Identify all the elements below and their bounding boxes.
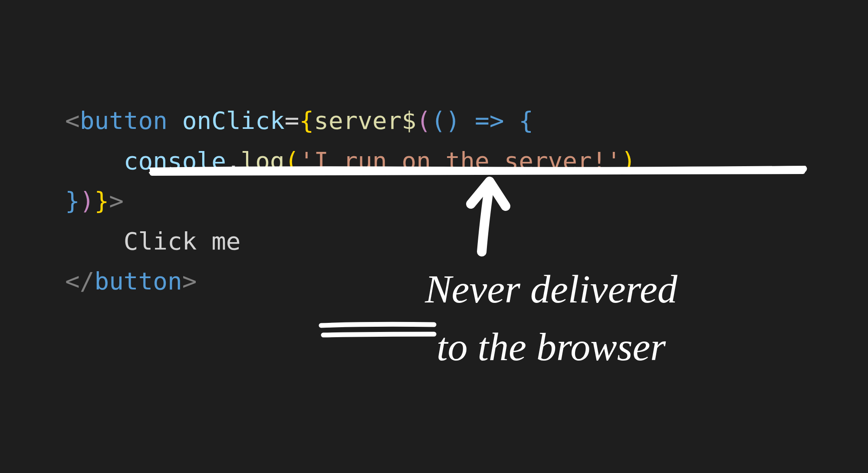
tag-name: button [80, 106, 168, 135]
attr-name: onClick [182, 106, 285, 135]
angle-bracket: < [65, 106, 80, 135]
brace-close: } [94, 187, 109, 215]
paren: ( [285, 147, 299, 175]
slash: / [80, 267, 95, 295]
func-server: server$ [314, 106, 416, 135]
string-literal: 'I run on the server!' [299, 147, 621, 175]
indent [65, 147, 124, 175]
annotation-text: Never delivered to the browser [312, 260, 790, 376]
angle-bracket: < [65, 267, 80, 295]
space [168, 106, 182, 135]
annotation-line2: to the browser [437, 325, 666, 369]
tag-name: button [94, 267, 182, 295]
arrow: => [475, 106, 504, 135]
indent [65, 227, 124, 255]
paren: ( [431, 106, 446, 135]
angle-bracket: > [109, 187, 124, 215]
paren: ) [621, 147, 636, 175]
brace-close: } [65, 187, 80, 215]
paren: ( [416, 106, 431, 135]
equals: = [285, 106, 299, 135]
annotation-rest: delivered [520, 267, 677, 311]
brace-open: { [519, 106, 533, 135]
paren: ) [446, 106, 460, 135]
paren: ) [80, 187, 95, 215]
dot: . [226, 147, 241, 175]
annotation-never: Never [425, 260, 520, 318]
console: console [124, 147, 226, 175]
space [460, 106, 475, 135]
space [504, 106, 519, 135]
brace-open: { [299, 106, 314, 135]
angle-bracket: > [182, 267, 197, 295]
button-text: Click me [124, 227, 241, 255]
method-log: log [241, 147, 285, 175]
